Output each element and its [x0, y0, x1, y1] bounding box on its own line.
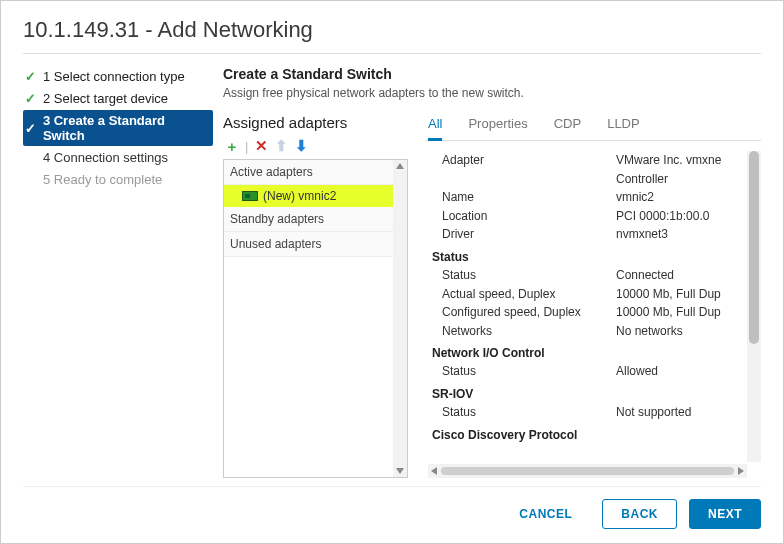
- panel-description: Assign free physical network adapters to…: [223, 86, 761, 100]
- content-columns: Assigned adapters + | ✕ ⬆ ⬇ Active adapt…: [223, 114, 761, 478]
- assigned-adapters-panel: Assigned adapters + | ✕ ⬆ ⬇ Active adapt…: [223, 114, 408, 478]
- divider: [23, 53, 761, 54]
- add-networking-dialog: 10.1.149.31 - Add Networking ✓1 Select c…: [0, 0, 784, 544]
- step-select-target-device[interactable]: ✓2 Select target device: [23, 88, 213, 109]
- adapter-row-vmnic2[interactable]: (New) vmnic2: [224, 185, 407, 207]
- toolbar-divider: |: [245, 139, 248, 154]
- details-vertical-scrollbar[interactable]: [747, 151, 761, 462]
- remove-icon[interactable]: ✕: [252, 137, 270, 155]
- add-icon[interactable]: +: [223, 137, 241, 155]
- panel-title: Create a Standard Switch: [223, 66, 761, 82]
- step-select-connection-type[interactable]: ✓1 Select connection type: [23, 66, 213, 87]
- tab-all[interactable]: All: [428, 114, 442, 141]
- adapter-details-panel: All Properties CDP LLDP AdapterVMware In…: [426, 114, 761, 478]
- active-adapters-header[interactable]: Active adapters: [224, 160, 407, 185]
- tab-properties[interactable]: Properties: [468, 114, 527, 140]
- main-panel: Create a Standard Switch Assign free phy…: [223, 66, 761, 478]
- move-up-icon: ⬆: [272, 137, 290, 155]
- check-icon: ✓: [25, 69, 37, 84]
- dialog-footer: CANCEL BACK NEXT: [23, 486, 761, 529]
- assigned-adapters-title: Assigned adapters: [223, 114, 408, 131]
- section-sriov: SR-IOV: [428, 381, 761, 403]
- step-create-standard-switch[interactable]: ✓3 Create a Standard Switch: [23, 110, 213, 146]
- check-icon: ✓: [25, 121, 37, 136]
- details-content: AdapterVMware Inc. vmxne Controller Name…: [426, 141, 761, 478]
- standby-adapters-header[interactable]: Standby adapters: [224, 207, 407, 232]
- adapters-listbox: Active adapters (New) vmnic2 Standby ada…: [223, 159, 408, 478]
- unused-adapters-header[interactable]: Unused adapters: [224, 232, 407, 257]
- nic-icon: [242, 191, 258, 201]
- back-button[interactable]: BACK: [602, 499, 677, 529]
- dialog-title: 10.1.149.31 - Add Networking: [23, 17, 761, 43]
- next-button[interactable]: NEXT: [689, 499, 761, 529]
- step-ready-to-complete: 5 Ready to complete: [23, 169, 213, 190]
- wizard-steps: ✓1 Select connection type ✓2 Select targ…: [23, 66, 223, 478]
- adapter-toolbar: + | ✕ ⬆ ⬇: [223, 137, 408, 155]
- move-down-icon[interactable]: ⬇: [292, 137, 310, 155]
- section-nioc: Network I/O Control: [428, 340, 761, 362]
- section-status: Status: [428, 244, 761, 266]
- details-tabs: All Properties CDP LLDP: [426, 114, 761, 141]
- details-horizontal-scrollbar[interactable]: [428, 464, 747, 478]
- tab-cdp[interactable]: CDP: [554, 114, 581, 140]
- cancel-button[interactable]: CANCEL: [501, 500, 590, 528]
- step-connection-settings[interactable]: 4 Connection settings: [23, 147, 213, 168]
- tab-lldp[interactable]: LLDP: [607, 114, 640, 140]
- vertical-scrollbar[interactable]: [393, 160, 407, 477]
- dialog-body: ✓1 Select connection type ✓2 Select targ…: [23, 66, 761, 478]
- section-cdp: Cisco Discovery Protocol: [428, 422, 761, 444]
- check-icon: ✓: [25, 91, 37, 106]
